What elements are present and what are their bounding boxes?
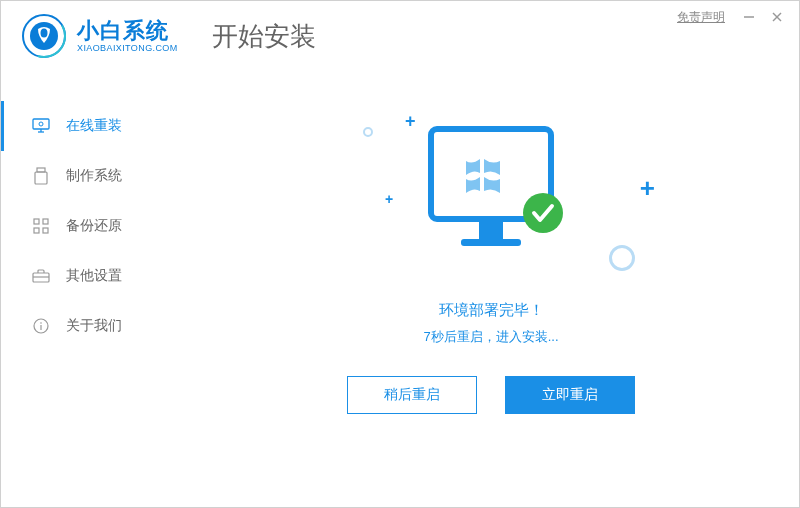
- svg-rect-16: [43, 228, 48, 233]
- usb-icon: [32, 167, 50, 185]
- svg-rect-7: [33, 119, 49, 129]
- toolbox-icon: [32, 267, 50, 285]
- decor-plus-icon: +: [405, 111, 416, 132]
- decor-circle-icon: [609, 245, 635, 271]
- svg-rect-11: [37, 168, 45, 172]
- brand-name: 小白系统: [77, 19, 178, 43]
- sidebar: 在线重装 制作系统 备份还原 其他设置 关于我们: [1, 101, 181, 351]
- svg-rect-13: [34, 219, 39, 224]
- svg-point-20: [40, 322, 42, 324]
- svg-rect-24: [461, 239, 521, 246]
- sidebar-item-reinstall[interactable]: 在线重装: [1, 101, 181, 151]
- sidebar-item-backup[interactable]: 备份还原: [1, 201, 181, 251]
- sidebar-item-settings[interactable]: 其他设置: [1, 251, 181, 301]
- grid-icon: [32, 217, 50, 235]
- decor-plus-icon: +: [640, 173, 655, 204]
- monitor-icon: [32, 117, 50, 135]
- status-countdown: 7秒后重启，进入安装...: [423, 328, 558, 346]
- sidebar-item-label: 备份还原: [66, 217, 122, 235]
- svg-point-25: [523, 193, 563, 233]
- page-title: 开始安装: [212, 19, 316, 54]
- decor-plus-icon: +: [385, 191, 393, 207]
- brand-text: 小白系统 XIAOBAIXITONG.COM: [77, 19, 178, 53]
- sidebar-item-label: 关于我们: [66, 317, 122, 335]
- sidebar-item-label: 其他设置: [66, 267, 122, 285]
- minimize-button[interactable]: [737, 7, 761, 27]
- svg-point-6: [41, 29, 48, 38]
- close-button[interactable]: [765, 7, 789, 27]
- svg-rect-23: [479, 221, 503, 239]
- svg-rect-14: [43, 219, 48, 224]
- svg-rect-12: [35, 172, 47, 184]
- monitor-success-icon: [421, 121, 571, 275]
- sidebar-item-label: 制作系统: [66, 167, 122, 185]
- info-icon: [32, 317, 50, 335]
- sidebar-item-about[interactable]: 关于我们: [1, 301, 181, 351]
- restart-now-button[interactable]: 立即重启: [505, 376, 635, 414]
- sidebar-item-label: 在线重装: [66, 117, 122, 135]
- brand-sub: XIAOBAIXITONG.COM: [77, 43, 178, 53]
- restart-later-button[interactable]: 稍后重启: [347, 376, 477, 414]
- main-content: + + + 环境部署完毕！ 7秒后重启，进入安装... 稍后重启 立即重启: [201, 81, 781, 481]
- status-title: 环境部署完毕！: [439, 301, 544, 320]
- success-illustration: + + +: [311, 91, 671, 291]
- disclaimer-link[interactable]: 免责声明: [677, 9, 725, 26]
- decor-circle-icon: [363, 127, 373, 137]
- svg-point-10: [39, 122, 43, 126]
- app-logo-icon: [21, 13, 67, 59]
- sidebar-item-make-system[interactable]: 制作系统: [1, 151, 181, 201]
- svg-rect-15: [34, 228, 39, 233]
